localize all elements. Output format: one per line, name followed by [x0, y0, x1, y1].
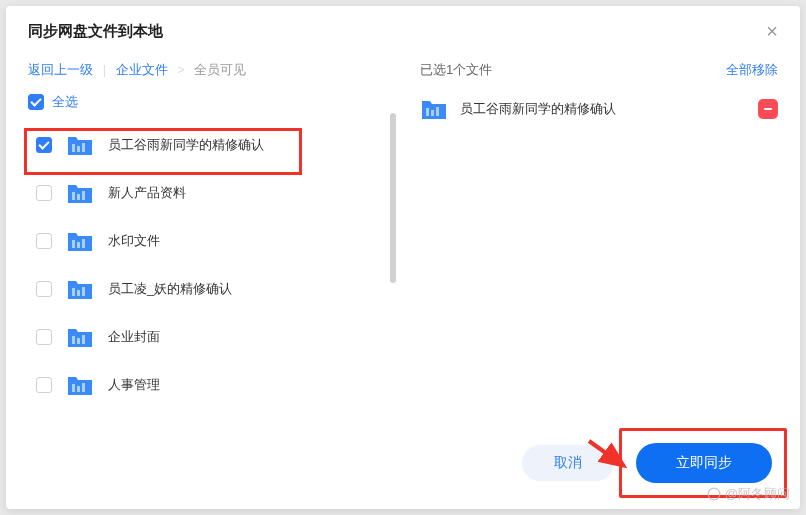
- file-row[interactable]: 员工凌_妖的精修确认: [28, 265, 396, 313]
- selection-header: 已选1个文件 全部移除: [420, 57, 778, 79]
- file-name: 人事管理: [108, 376, 160, 394]
- file-checkbox[interactable]: [36, 281, 52, 297]
- remove-all-link[interactable]: 全部移除: [726, 61, 778, 79]
- file-checkbox[interactable]: [36, 185, 52, 201]
- remove-item-button[interactable]: [758, 99, 778, 119]
- file-list: 员工谷雨新同学的精修确认新人产品资料水印文件员工凌_妖的精修确认企业封面人事管理: [28, 121, 396, 409]
- file-name: 员工凌_妖的精修确认: [108, 280, 232, 298]
- right-panel: 已选1个文件 全部移除 员工谷雨新同学的精修确认: [404, 57, 800, 437]
- svg-rect-8: [82, 239, 85, 248]
- selected-count: 已选1个文件: [420, 61, 492, 79]
- svg-rect-18: [426, 108, 429, 116]
- file-checkbox[interactable]: [36, 377, 52, 393]
- file-name: 员工谷雨新同学的精修确认: [108, 136, 264, 154]
- svg-rect-4: [77, 194, 80, 200]
- dialog-header: 同步网盘文件到本地 ×: [6, 6, 800, 57]
- folder-icon: [66, 229, 94, 253]
- dialog-footer: 取消 立即同步: [522, 443, 772, 483]
- selected-file-name: 员工谷雨新同学的精修确认: [460, 100, 746, 118]
- dialog-title: 同步网盘文件到本地: [28, 22, 163, 41]
- file-name: 新人产品资料: [108, 184, 186, 202]
- svg-rect-14: [82, 335, 85, 344]
- file-name: 水印文件: [108, 232, 160, 250]
- svg-rect-13: [77, 338, 80, 344]
- file-checkbox[interactable]: [36, 137, 52, 153]
- svg-rect-20: [436, 107, 439, 116]
- close-icon[interactable]: ×: [766, 20, 778, 43]
- selected-list: 员工谷雨新同学的精修确认: [420, 97, 778, 121]
- confirm-button[interactable]: 立即同步: [636, 443, 772, 483]
- select-all-checkbox[interactable]: [28, 94, 44, 110]
- file-row[interactable]: 企业封面: [28, 313, 396, 361]
- file-row[interactable]: 水印文件: [28, 217, 396, 265]
- svg-rect-1: [77, 146, 80, 152]
- svg-rect-7: [77, 242, 80, 248]
- watermark: @阿冬顾问: [707, 485, 790, 503]
- svg-rect-15: [72, 384, 75, 392]
- breadcrumb: 返回上一级 | 企业文件 > 全员可见: [28, 57, 396, 79]
- selected-row: 员工谷雨新同学的精修确认: [420, 97, 778, 121]
- svg-rect-10: [77, 290, 80, 296]
- file-row[interactable]: 员工谷雨新同学的精修确认: [28, 121, 396, 169]
- folder-icon: [66, 133, 94, 157]
- select-all-label: 全选: [52, 93, 78, 111]
- svg-point-22: [708, 488, 720, 500]
- cancel-button[interactable]: 取消: [522, 445, 614, 481]
- file-checkbox[interactable]: [36, 329, 52, 345]
- svg-rect-0: [72, 144, 75, 152]
- sync-dialog: 同步网盘文件到本地 × 返回上一级 | 企业文件 > 全员可见 全选 员工谷雨新…: [6, 6, 800, 509]
- breadcrumb-back[interactable]: 返回上一级: [28, 62, 93, 77]
- svg-rect-11: [82, 287, 85, 296]
- svg-rect-6: [72, 240, 75, 248]
- dialog-body: 返回上一级 | 企业文件 > 全员可见 全选 员工谷雨新同学的精修确认新人产品资…: [6, 57, 800, 437]
- svg-rect-17: [82, 383, 85, 392]
- svg-rect-9: [72, 288, 75, 296]
- select-all-row[interactable]: 全选: [28, 93, 396, 111]
- folder-icon: [66, 373, 94, 397]
- watermark-icon: [707, 487, 721, 501]
- file-row[interactable]: 人事管理: [28, 361, 396, 409]
- breadcrumb-root[interactable]: 企业文件: [116, 62, 168, 77]
- file-name: 企业封面: [108, 328, 160, 346]
- file-checkbox[interactable]: [36, 233, 52, 249]
- svg-rect-5: [82, 191, 85, 200]
- file-row[interactable]: 新人产品资料: [28, 169, 396, 217]
- breadcrumb-current: 全员可见: [194, 62, 246, 77]
- folder-icon: [66, 181, 94, 205]
- svg-rect-2: [82, 143, 85, 152]
- left-panel: 返回上一级 | 企业文件 > 全员可见 全选 员工谷雨新同学的精修确认新人产品资…: [6, 57, 404, 437]
- folder-icon: [420, 97, 448, 121]
- svg-rect-3: [72, 192, 75, 200]
- folder-icon: [66, 277, 94, 301]
- svg-rect-12: [72, 336, 75, 344]
- scrollbar[interactable]: [390, 113, 396, 283]
- svg-rect-16: [77, 386, 80, 392]
- folder-icon: [66, 325, 94, 349]
- svg-rect-19: [431, 110, 434, 116]
